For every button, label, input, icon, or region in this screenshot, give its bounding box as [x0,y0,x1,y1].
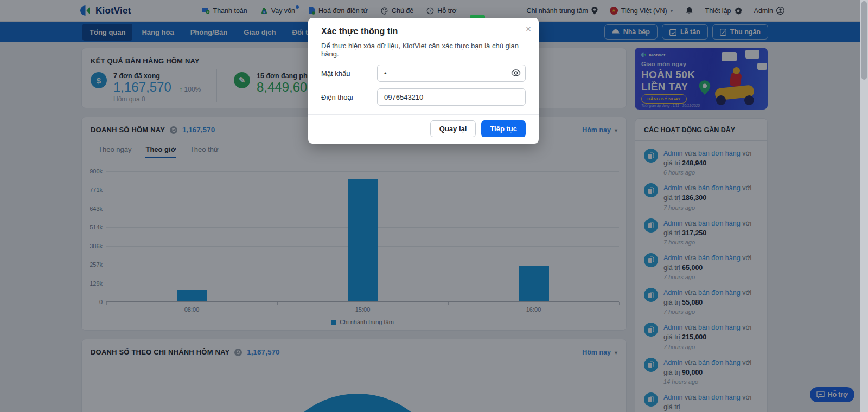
modal-footer: Quay lại Tiếp tục [308,114,539,144]
phone-input[interactable] [377,88,526,106]
back-button[interactable]: Quay lại [430,120,476,137]
phone-label: Điện thoại [321,93,377,101]
modal-description: Để thực hiện xóa dữ liệu, KiotViet cần x… [321,42,526,58]
password-input[interactable] [377,65,526,82]
continue-button[interactable]: Tiếp tục [481,120,526,137]
modal-title: Xác thực thông tin [321,27,526,36]
verify-info-modal: Xác thực thông tin × Để thực hiện xóa dữ… [308,18,539,144]
browser-scrollbar[interactable] [860,0,868,412]
phone-row: Điện thoại [321,88,526,106]
app-viewport: KiotViet e Thanh toán $ [0,0,868,412]
close-icon[interactable]: × [526,24,531,34]
scrollbar-thumb[interactable] [861,1,867,80]
password-row: Mật khẩu [321,65,526,82]
eye-icon[interactable] [511,69,521,77]
password-label: Mật khẩu [321,69,377,78]
